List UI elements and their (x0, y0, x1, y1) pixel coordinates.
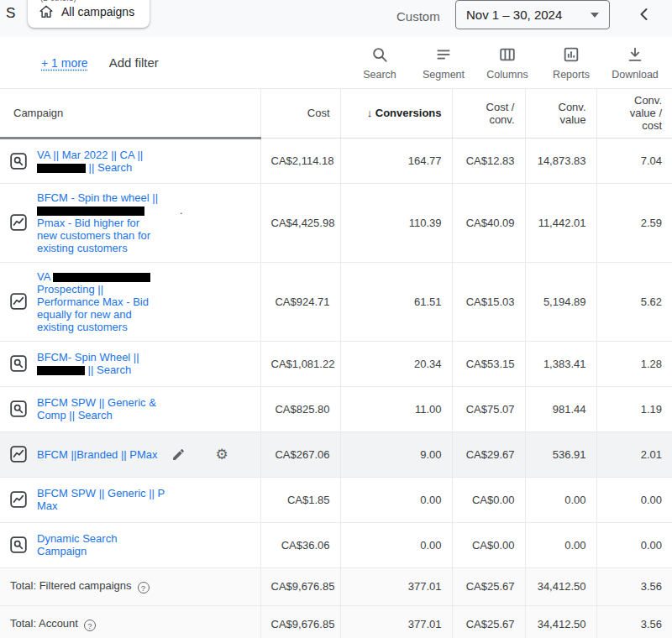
campaign-link[interactable]: BFCM SPW || Generic &Comp || Search (37, 396, 156, 421)
segment-label: Segment (423, 69, 465, 81)
search-icon (370, 45, 389, 64)
download-button[interactable]: Download (603, 45, 667, 81)
metric-cell: 1.19 (596, 386, 672, 431)
more-filters-link[interactable]: + 1 more (41, 56, 88, 70)
metric-cell: CA$40.09 (452, 183, 525, 262)
settings-gear-icon[interactable]: ⚙ (216, 447, 228, 462)
campaign-cell: BFCM SPW || Generic &Comp || Search (0, 386, 260, 431)
performance-max-type-icon (10, 491, 27, 508)
redacted-text (37, 207, 144, 216)
campaign-row[interactable]: VA || Mar 2022 || CA || || SearchCA$2,11… (0, 138, 672, 183)
metric-cell: 11.00 (340, 386, 452, 431)
metric-cell: 34,412.50 (525, 605, 596, 638)
campaign-cell: BFCM SPW || Generic || PMax (0, 477, 260, 522)
column-header-conv_value_per_cost[interactable]: Conv. value / cost (596, 89, 672, 138)
campaign-scope-chip[interactable]: (2 others) All campaigns (28, 0, 150, 28)
performance-max-type-icon (10, 214, 27, 231)
metric-cell: CA$2,114.18 (260, 138, 340, 183)
table-header-row: CampaignCost↓ ConversionsCost / conv.Con… (0, 89, 672, 138)
columns-label: Columns (486, 69, 528, 81)
performance-max-type-icon (10, 293, 27, 310)
column-header-conversions[interactable]: ↓ Conversions (340, 89, 452, 138)
reports-button[interactable]: Reports (539, 45, 603, 81)
metric-cell: 7.04 (596, 138, 672, 183)
campaign-row[interactable]: BFCM- Spin Wheel || || SearchCA$1,081.22… (0, 341, 672, 386)
campaign-cell: BFCM ||Branded || PMax⚙ (0, 431, 260, 477)
metric-cell: 34,412.50 (525, 567, 596, 605)
filter-toolbar: + 1 more Add filter SearchSegmentColumns… (0, 37, 672, 89)
column-header-campaign[interactable]: Campaign (0, 89, 260, 138)
segment-button[interactable]: Segment (412, 45, 475, 81)
campaign-cell: Dynamic SearchCampaign (0, 522, 260, 567)
redacted-text (53, 273, 150, 282)
campaign-row[interactable]: VA Prospecting ||Performance Max - Bideq… (0, 262, 672, 341)
metric-cell: 110.39 (340, 183, 452, 262)
add-filter-button[interactable]: Add filter (109, 55, 159, 70)
campaign-row[interactable]: BFCM ||Branded || PMax⚙CA$267.069.00CA$2… (0, 431, 672, 477)
metric-cell: CA$1.85 (260, 477, 340, 522)
metric-cell: 20.34 (340, 341, 452, 386)
campaign-row[interactable]: BFCM - Spin the wheel ||.Pmax - Bid high… (0, 183, 672, 262)
metric-cell: CA$29.67 (452, 431, 525, 477)
metric-cell: 9.00 (340, 431, 452, 477)
campaign-link[interactable]: BFCM- Spin Wheel || || Search (37, 351, 139, 376)
total-row: Total: Account?CA$9,676.85377.01CA$25.67… (0, 605, 672, 638)
metric-cell: 2.01 (596, 431, 672, 477)
reports-label: Reports (553, 69, 590, 81)
metric-cell: CA$9,676.85 (260, 567, 340, 605)
metric-cell: 0.00 (596, 522, 672, 567)
metric-cell: 3.56 (596, 567, 672, 605)
date-preset-label[interactable]: Custom (396, 9, 440, 24)
total-label-cell: Total: Filtered campaigns? (0, 567, 260, 605)
columns-button[interactable]: Columns (475, 45, 539, 81)
metric-cell: CA$924.71 (260, 262, 340, 341)
metric-cell: 0.00 (340, 477, 452, 522)
campaign-row[interactable]: BFCM SPW || Generic &Comp || SearchCA$82… (0, 386, 672, 431)
metric-cell: 11,442.01 (525, 183, 596, 262)
metric-cell: 61.51 (340, 262, 452, 341)
campaigns-table: CampaignCost↓ ConversionsCost / conv.Con… (0, 89, 672, 638)
account-overflow-text: (2 others) (39, 0, 134, 3)
edit-pencil-icon[interactable] (171, 447, 186, 462)
column-header-cost[interactable]: Cost (260, 89, 340, 138)
metric-cell: 0.00 (596, 477, 672, 522)
campaign-cell: BFCM - Spin the wheel ||.Pmax - Bid high… (0, 183, 260, 262)
metric-cell: 0.00 (525, 477, 596, 522)
metric-cell: 0.00 (525, 522, 596, 567)
metric-cell: 5,194.89 (525, 262, 596, 341)
metric-cell: CA$36.06 (260, 522, 340, 567)
metric-cell: CA$53.15 (452, 341, 525, 386)
campaign-row[interactable]: BFCM SPW || Generic || PMaxCA$1.850.00CA… (0, 477, 672, 522)
metric-cell: 981.44 (525, 386, 596, 431)
app-logo: S (6, 5, 15, 22)
total-label-cell: Total: Account? (0, 605, 260, 638)
column-header-conv_value[interactable]: Conv. value (525, 89, 596, 138)
help-icon[interactable]: ? (84, 620, 96, 631)
metric-cell: CA$0.00 (452, 477, 525, 522)
redacted-text (37, 366, 85, 375)
chevron-left-icon[interactable] (634, 4, 654, 24)
campaign-link[interactable]: VA Prospecting ||Performance Max - Bideq… (37, 270, 150, 333)
campaign-link[interactable]: BFCM - Spin the wheel ||.Pmax - Bid high… (37, 191, 183, 254)
metric-cell: 164.77 (340, 138, 452, 183)
campaign-link[interactable]: BFCM SPW || Generic || PMax (37, 487, 165, 512)
column-header-cost_per_conv[interactable]: Cost / conv. (452, 89, 525, 138)
campaign-cell: VA Prospecting ||Performance Max - Bideq… (0, 262, 260, 341)
help-icon[interactable]: ? (138, 582, 150, 594)
campaign-link[interactable]: Dynamic SearchCampaign (37, 532, 117, 557)
date-range-picker[interactable]: Nov 1 – 30, 2024 (455, 0, 610, 29)
campaign-link[interactable]: VA || Mar 2022 || CA || || Search (37, 149, 143, 174)
metric-cell: 377.01 (340, 567, 452, 605)
reports-icon (562, 45, 580, 64)
metric-cell: CA$1,081.22 (260, 341, 340, 386)
search-campaign-type-icon (10, 536, 27, 553)
metric-cell: CA$15.03 (452, 262, 525, 341)
download-icon (626, 45, 644, 64)
redacted-text (37, 164, 86, 173)
campaign-link[interactable]: BFCM ||Branded || PMax (37, 448, 158, 461)
campaign-row[interactable]: Dynamic SearchCampaignCA$36.060.00CA$0.0… (0, 522, 672, 567)
search-button[interactable]: Search (348, 45, 412, 81)
google-ads-campaigns-screen: S (2 others) All campaigns Custom Nov 1 … (0, 0, 672, 638)
metric-cell: CA$9,676.85 (260, 605, 340, 638)
total-row: Total: Filtered campaigns?CA$9,676.85377… (0, 567, 672, 605)
